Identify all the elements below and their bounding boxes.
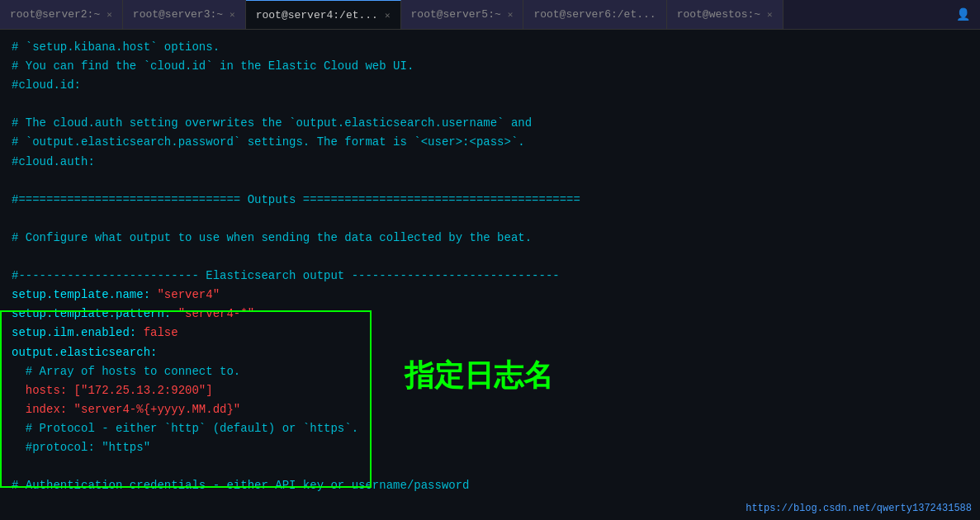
line-hosts: hosts: ["172.25.13.2:9200"] (12, 381, 968, 400)
line-empty2 (12, 457, 968, 476)
line-auth-comment: # Authentication credentials - either AP… (12, 476, 968, 495)
line-1: # `setup.kibana.host` options. (12, 38, 968, 57)
tab-server2-close[interactable]: ✕ (107, 9, 112, 20)
line-separator: #================================ Output… (12, 191, 968, 210)
tab-westos-close[interactable]: ✕ (767, 9, 773, 20)
line-11 (12, 248, 968, 267)
tab-server6[interactable]: root@server6:/et... (523, 0, 666, 30)
line-4 (12, 95, 968, 114)
tab-server2-label: root@server2:~ (10, 8, 100, 21)
tab-server5-label: root@server5:~ (411, 8, 501, 21)
line-hosts-comment: # Array of hosts to connect to. (12, 362, 968, 381)
terminal-content: # `setup.kibana.host` options. # You can… (0, 30, 980, 520)
user-icon: 👤 (946, 7, 980, 21)
line-3: #cloud.id: (12, 76, 968, 95)
tab-bar: root@server2:~ ✕ root@server3:~ ✕ root@s… (0, 0, 980, 30)
tab-server3-label: root@server3:~ (133, 8, 223, 21)
tab-server4-label: root@server4:/et... (256, 9, 378, 21)
footer-link[interactable]: https://blog.csdn.net/qwerty1372431588 (746, 501, 972, 517)
line-7: #cloud.auth: (12, 153, 968, 172)
line-output-es: output.elasticsearch: (12, 343, 968, 362)
line-index: index: "server4-%{+yyyy.MM.dd}" (12, 400, 968, 419)
line-9 (12, 210, 968, 229)
line-proto-comment: # Protocol - either `http` (default) or … (12, 419, 968, 438)
line-2: # You can find the `cloud.id` in the Ela… (12, 57, 968, 76)
tab-server3-close[interactable]: ✕ (230, 9, 235, 20)
tab-westos[interactable]: root@westos:~ ✕ (667, 0, 784, 30)
line-ilm: setup.ilm.enabled: false (12, 324, 968, 343)
line-8 (12, 172, 968, 191)
line-template-pattern: setup.template.pattern: "server4-*" (12, 305, 968, 324)
tab-server2[interactable]: root@server2:~ ✕ (0, 0, 123, 30)
line-proto: #protocol: "https" (12, 438, 968, 457)
tab-server5[interactable]: root@server5:~ ✕ (401, 0, 524, 30)
tab-westos-label: root@westos:~ (677, 8, 760, 21)
line-5: # The cloud.auth setting overwrites the … (12, 114, 968, 133)
tab-server4[interactable]: root@server4:/et... ✕ (246, 0, 401, 30)
tab-server4-close[interactable]: ✕ (385, 10, 391, 21)
line-template-name: setup.template.name: "server4" (12, 286, 968, 305)
line-10: # Configure what output to use when send… (12, 229, 968, 248)
line-es-section: #-------------------------- Elasticsearc… (12, 267, 968, 286)
tab-server6-label: root@server6:/et... (533, 8, 656, 21)
tab-server5-close[interactable]: ✕ (508, 9, 514, 20)
tab-server3[interactable]: root@server3:~ ✕ (123, 0, 246, 30)
line-6: # `output.elasticsearch.password` settin… (12, 133, 968, 152)
